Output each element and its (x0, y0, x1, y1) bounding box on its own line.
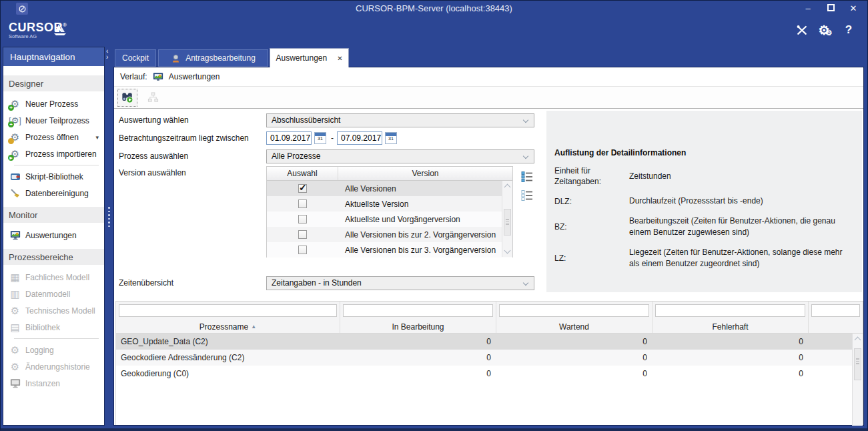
minimize-button[interactable]: – (803, 4, 813, 13)
period-to-input[interactable] (337, 131, 382, 145)
version-row[interactable]: Aktuellste Version (267, 196, 512, 211)
details-definition: Liegezeit (Zeiten für Benutzer-Aktionen,… (629, 247, 854, 270)
sidebar-item-label: Datenmodell (25, 290, 70, 299)
window-title: CURSOR-BPM-Server (localhost:38443) (0, 3, 868, 13)
hierarchy-icon (147, 92, 159, 103)
version-checkbox[interactable] (298, 199, 307, 208)
version-checkbox[interactable] (298, 230, 307, 239)
version-row-label: Alle Versionen (338, 184, 396, 193)
cell-wartend: 0 (496, 350, 653, 366)
column-label: In Bearbeitung (392, 322, 444, 332)
column-header-extra[interactable] (809, 320, 863, 333)
splitter-collapse-arrows[interactable]: ‹› (106, 48, 108, 60)
script-library-icon (9, 171, 21, 182)
period-separator: - (331, 133, 334, 143)
version-list-header-auswahl: Auswahl (267, 167, 338, 180)
sidebar-item-prozess-importieren[interactable]: ⚙▸ Prozess importieren (3, 145, 104, 162)
column-label: Prozessname (199, 322, 248, 332)
column-header-fehlerhaft[interactable]: Fehlerhaft (653, 320, 809, 333)
run-report-button[interactable] (117, 89, 137, 107)
breadcrumb: Verlauf: Auswertungen (114, 67, 863, 87)
tab-cockpit[interactable]: Cockpit (115, 49, 156, 67)
column-header-in-bearbeitung[interactable]: In Bearbeitung (340, 320, 496, 333)
help-button[interactable]: ? (841, 23, 856, 37)
sidebar-item-label: Technisches Modell (25, 306, 95, 316)
period-label: Betrachtungszeitraum liegt zwischen (119, 131, 249, 145)
table-row[interactable]: Geockodiere Adressänderung (C2) 0 0 0 (116, 350, 863, 366)
sidebar-item-auswertungen[interactable]: Auswertungen (3, 227, 104, 244)
chevron-down-icon (523, 280, 528, 286)
details-term: BZ: (554, 222, 629, 232)
technical-gear-icon: ⚙ (9, 305, 21, 316)
filter-input-fehlerhaft[interactable] (655, 304, 805, 317)
sidebar-splitter[interactable]: ‹› (105, 47, 113, 426)
period-from-input[interactable] (266, 131, 312, 145)
version-row[interactable]: ✓ Alle Versionen (267, 181, 512, 196)
maximize-button[interactable] (825, 4, 836, 13)
details-definition: Durchlaufzeit (Prozessstart bis -ende) (629, 195, 854, 207)
time-overview-combobox[interactable]: Zeitangaben - in Stunden (266, 276, 534, 290)
cell-wartend: 0 (496, 366, 653, 382)
filter-input-prozessname[interactable] (119, 304, 337, 317)
sidebar-item-label: Fachliches Modell (25, 273, 89, 282)
sidebar-item-neuer-teilprozess[interactable]: [⚙]+ Neuer Teilprozess (3, 112, 104, 129)
admin-gears-button[interactable]: ⚙⚙ (818, 23, 833, 37)
sidebar-item-skript-bibliothek[interactable]: Skript-Bibliothek (3, 168, 104, 185)
sidebar-item-label: Änderungshistorie (25, 362, 90, 372)
column-header-wartend[interactable]: Wartend (496, 320, 653, 333)
tab-close-icon[interactable]: ✕ (337, 55, 342, 62)
sidebar-item-prozess-oeffnen[interactable]: ⚙ Prozess öffnen ▾ (3, 129, 104, 145)
close-button[interactable]: ✕ (848, 4, 859, 13)
report-select-combobox[interactable]: Abschlussübersicht (266, 113, 534, 127)
details-definition: Bearbeitungszeit (Zeiten für Benutzer-Ak… (629, 216, 854, 238)
sidebar-item-neuer-prozess[interactable]: ⚙+ Neuer Prozess (3, 95, 104, 112)
column-header-prozessname[interactable]: Prozessname ▲ (116, 320, 340, 333)
select-all-versions-button[interactable] (521, 171, 534, 183)
deselect-all-versions-button[interactable] (521, 189, 534, 201)
cell-in-bearbeitung: 0 (340, 334, 496, 350)
sidebar: Hauptnavigation Designer ⚙+ Neuer Prozes… (3, 47, 105, 426)
version-row[interactable]: Alle Versionen bis zur 2. Vorgängerversi… (267, 227, 512, 242)
results-table-scrollbar[interactable] (852, 334, 863, 426)
gear-small-icon: ⚙ (826, 29, 833, 37)
sidebar-item-datenbereinigung[interactable]: Datenbereinigung (3, 185, 104, 201)
splitter-grip[interactable] (108, 207, 110, 227)
scrollbar-thumb[interactable] (854, 348, 861, 380)
version-list-scrollbar[interactable] (502, 181, 512, 257)
cell-wartend: 0 (496, 334, 653, 350)
section-header-designer: Designer (3, 75, 104, 91)
settings-tools-button[interactable] (795, 23, 809, 37)
gear-plus-icon: ⚙+ (9, 98, 21, 109)
cell-prozessname: Geockodiere Adressänderung (C2) (116, 350, 340, 366)
sailboat-icon (53, 23, 67, 40)
filter-input-in-bearbeitung[interactable] (343, 304, 493, 317)
process-select-combobox[interactable]: Alle Prozesse (266, 149, 534, 163)
version-checkbox[interactable] (298, 215, 307, 224)
calendar-to-button[interactable]: 31 (385, 132, 397, 144)
filter-input-extra[interactable] (811, 304, 860, 317)
combobox-value: Abschlussübersicht (272, 115, 340, 125)
breadcrumb-item[interactable]: Auswertungen (169, 72, 220, 81)
tab-antragsbearbeitung[interactable]: Antragsbearbeitung (158, 49, 268, 67)
table-row[interactable]: GEO_Update_Data (C2) 0 0 0 (116, 334, 863, 350)
scroll-down-icon[interactable] (504, 248, 511, 254)
hierarchy-view-button-disabled (143, 89, 163, 107)
sidebar-item-label: Bibliothek (25, 323, 60, 332)
version-checkbox[interactable] (298, 246, 307, 254)
bracket-gear-plus-icon: [⚙]+ (9, 115, 21, 126)
scrollbar-thumb[interactable] (504, 209, 511, 236)
filter-input-wartend[interactable] (499, 304, 649, 317)
scroll-up-icon[interactable] (855, 337, 861, 344)
cell-fehlerhaft: 0 (653, 334, 809, 350)
table-row[interactable]: Geokodierung (C0) 0 0 0 (116, 366, 863, 382)
calendar-from-button[interactable]: 31 (314, 132, 326, 144)
report-select-label: Auswertung wählen (119, 113, 189, 127)
sidebar-item-label: Skript-Bibliothek (25, 172, 83, 181)
sidebar-divider (14, 165, 99, 165)
scroll-up-icon[interactable] (504, 184, 511, 191)
version-checkbox-checked[interactable]: ✓ (298, 184, 307, 193)
select-all-icon (521, 171, 533, 183)
tab-auswertungen[interactable]: Auswertungen ✕ (270, 48, 349, 67)
version-row[interactable]: Alle Versionen bis zur 3. Vorgängerversi… (267, 242, 512, 258)
version-row[interactable]: Aktuellste und Vorgängerversion (267, 211, 512, 227)
